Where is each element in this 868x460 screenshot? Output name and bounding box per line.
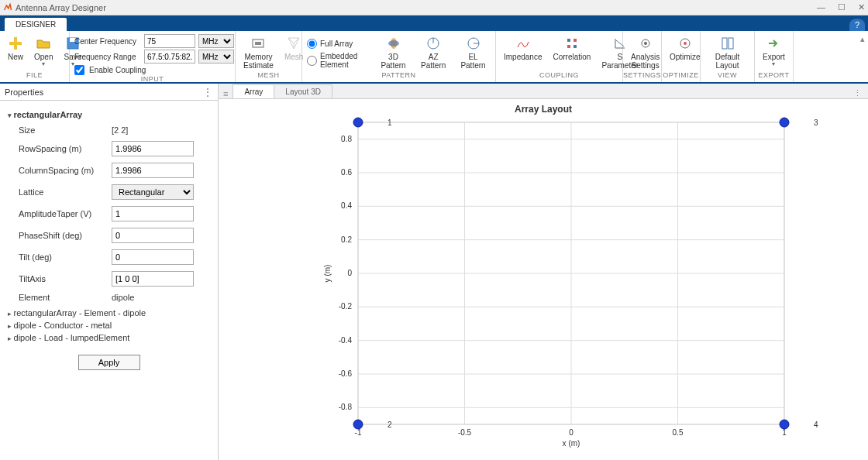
az-pattern-button[interactable]: AZ Pattern: [415, 34, 451, 71]
enable-coupling-label: Enable Coupling: [89, 66, 146, 74]
subsection-load-lumped[interactable]: dipole - Load - lumpedElement: [8, 333, 210, 342]
rowspacing-input[interactable]: [112, 141, 194, 156]
svg-text:x (m): x (m): [563, 439, 580, 448]
minimize-icon[interactable]: —: [817, 2, 825, 12]
svg-text:0.5: 0.5: [673, 428, 684, 437]
subsection-element-dipole[interactable]: rectangularArray - Element - dipole: [8, 308, 210, 318]
svg-point-7: [388, 40, 399, 46]
memory-estimate-button[interactable]: Memory Estimate: [240, 34, 277, 71]
full-array-radio[interactable]: Full Array: [307, 39, 371, 49]
svg-point-17: [684, 42, 687, 45]
svg-text:0: 0: [569, 428, 574, 437]
svg-text:0: 0: [347, 269, 352, 277]
el-pattern-icon: [466, 36, 481, 51]
embedded-element-radio[interactable]: Embedded Element: [307, 52, 371, 69]
svg-text:1: 1: [388, 118, 392, 127]
amptaper-input[interactable]: [112, 206, 194, 221]
svg-text:-0.5: -0.5: [458, 428, 472, 437]
group-label-pattern: PATTERN: [302, 71, 495, 82]
new-button[interactable]: New: [5, 34, 26, 63]
titlebar: Antenna Array Designer — ☐ ✕: [0, 0, 868, 15]
mesh-icon: [286, 36, 301, 51]
svg-text:-0.4: -0.4: [339, 336, 353, 345]
colspacing-label: ColumnSpacing (m): [19, 166, 112, 175]
svg-text:-0.8: -0.8: [339, 403, 353, 411]
freq-range-label: Frequency Range: [74, 53, 141, 61]
plus-icon: [8, 36, 23, 51]
svg-text:-0.2: -0.2: [339, 302, 353, 311]
window-title: Antenna Array Designer: [16, 3, 817, 12]
freq-range-input[interactable]: [144, 50, 195, 64]
3d-pattern-button[interactable]: 3D Pattern: [376, 34, 412, 71]
tab-layout3d[interactable]: Layout 3D: [274, 84, 332, 98]
canvas-area: ≡ Array Layout 3D ⋮ Array Layout -1-0.50…: [219, 84, 868, 460]
group-label-export: EXPORT: [755, 71, 793, 82]
apply-button[interactable]: Apply: [78, 355, 140, 370]
svg-text:4: 4: [814, 421, 818, 429]
correlation-button[interactable]: Correlation: [549, 34, 594, 63]
svg-rect-13: [574, 45, 577, 48]
amptaper-label: AmplitudeTaper (V): [19, 209, 112, 218]
close-icon[interactable]: ✕: [858, 2, 865, 12]
tab-list-icon[interactable]: ≡: [223, 89, 228, 98]
size-value: [2 2]: [112, 125, 210, 135]
el-pattern-button[interactable]: EL Pattern: [456, 34, 491, 71]
enable-coupling-checkbox[interactable]: [74, 65, 84, 75]
optimize-icon: [677, 36, 693, 51]
export-button[interactable]: Export: [760, 34, 788, 70]
freq-range-unit[interactable]: MHz: [198, 50, 234, 64]
impedance-button[interactable]: Impedance: [501, 34, 545, 63]
tabstrip: DESIGNER ?: [0, 15, 868, 31]
layout-icon: [720, 36, 735, 51]
tiltaxis-input[interactable]: [112, 271, 194, 287]
tilt-input[interactable]: [112, 249, 194, 265]
az-pattern-icon: [425, 36, 441, 51]
svg-point-55: [780, 118, 789, 127]
gear-icon: [638, 36, 653, 51]
group-label-file: FILE: [0, 71, 69, 82]
center-freq-input[interactable]: [144, 34, 195, 48]
svg-point-15: [644, 42, 647, 45]
svg-rect-10: [567, 39, 570, 42]
center-freq-unit[interactable]: MHz: [198, 34, 234, 48]
svg-text:0.6: 0.6: [341, 168, 352, 177]
svg-rect-18: [722, 38, 727, 49]
analysis-settings-button[interactable]: Analysis Settings: [628, 34, 663, 71]
svg-point-57: [780, 420, 789, 429]
tilt-label: Tilt (deg): [19, 252, 112, 262]
collapse-toolstrip-icon[interactable]: ▴: [860, 34, 865, 44]
group-label-view: VIEW: [701, 71, 754, 82]
matlab-logo-icon: [3, 3, 12, 12]
lattice-label: Lattice: [19, 187, 112, 197]
svg-rect-12: [567, 45, 570, 48]
colspacing-input[interactable]: [112, 163, 194, 178]
svg-rect-5: [255, 42, 261, 45]
panel-menu-icon[interactable]: ⋮: [202, 86, 213, 98]
default-layout-button[interactable]: Default Layout: [705, 34, 749, 71]
optimize-button[interactable]: Optimize: [666, 34, 703, 63]
svg-text:y (m): y (m): [323, 265, 332, 283]
tab-designer[interactable]: DESIGNER: [5, 18, 67, 31]
svg-text:-0.6: -0.6: [339, 369, 353, 378]
lattice-select[interactable]: Rectangular: [112, 184, 194, 200]
mesh-button[interactable]: Mesh: [281, 34, 306, 63]
help-icon[interactable]: ?: [849, 19, 865, 31]
tab-array[interactable]: Array: [232, 84, 274, 98]
svg-text:0.8: 0.8: [341, 135, 352, 143]
group-label-optimize: OPTIMIZE: [662, 71, 700, 82]
phaseshift-input[interactable]: [112, 228, 194, 243]
maximize-icon[interactable]: ☐: [838, 2, 846, 12]
section-rectangulararray[interactable]: rectangularArray: [8, 110, 210, 119]
svg-text:2: 2: [388, 421, 392, 429]
svg-rect-1: [9, 42, 22, 45]
canvas-menu-icon[interactable]: ⋮: [853, 88, 862, 98]
open-button[interactable]: Open: [31, 34, 56, 70]
group-label-input: INPUT: [70, 75, 235, 83]
phaseshift-label: PhaseShift (deg): [19, 231, 112, 240]
subsection-conductor-metal[interactable]: dipole - Conductor - metal: [8, 321, 210, 330]
3d-pattern-icon: [386, 36, 401, 51]
memory-icon: [250, 36, 266, 51]
properties-panel: Properties ⋮ rectangularArray Size[2 2] …: [0, 84, 219, 460]
export-icon: [766, 36, 781, 51]
center-freq-label: Center Frequency: [74, 37, 141, 46]
